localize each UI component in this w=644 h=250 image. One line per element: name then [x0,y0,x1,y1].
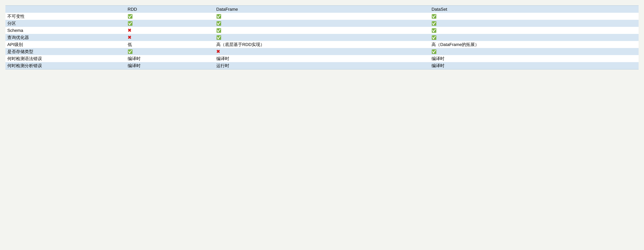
row-label: 不可变性 [6,13,126,20]
check-icon: ✅ [216,36,221,40]
check-icon: ✅ [432,14,436,19]
table-cell: ✅ [430,27,638,34]
row-label: 何时检测语法错误 [6,55,126,62]
row-label: 分区 [6,20,126,27]
table-row: 不可变性✅✅✅ [6,13,638,20]
table-cell: 编译时 [214,55,430,62]
table-cell: ✅ [430,20,638,27]
table-row: 何时检测分析错误编译时运行时编译时 [6,62,638,69]
header-rdd: RDD [126,6,214,13]
table-row: Schema✖✅✅ [6,27,638,34]
table-row: 何时检测语法错误编译时编译时编译时 [6,55,638,62]
table-cell: ✅ [214,34,430,41]
row-label: 查询优化器 [6,34,126,41]
table-cell: ✅ [126,13,214,20]
table-cell: 编译时 [430,62,638,69]
table-cell: ✖ [126,27,214,34]
table-cell: ✖ [126,34,214,41]
header-dataset: DataSet [430,6,638,13]
table-cell: ✅ [126,48,214,55]
row-label: 何时检测分析错误 [6,62,126,69]
check-icon: ✅ [216,22,221,26]
comparison-table: RDD DataFrame DataSet 不可变性✅✅✅分区✅✅✅Schema… [6,6,638,69]
check-icon: ✅ [432,36,436,40]
header-dataframe: DataFrame [214,6,430,13]
table-cell: 编译时 [126,55,214,62]
row-label: Schema [6,27,126,34]
table-cell: ✅ [430,13,638,20]
table-cell: 高（底层基于RDD实现） [214,41,430,48]
table-row: API级别低高（底层基于RDD实现）高（DataFrame的拓展） [6,41,638,48]
row-label: API级别 [6,41,126,48]
table-cell: 编译时 [126,62,214,69]
cross-icon: ✖ [216,49,220,54]
table-cell: ✅ [430,48,638,55]
table-header-row: RDD DataFrame DataSet [6,6,638,13]
check-icon: ✅ [216,14,221,19]
check-icon: ✅ [216,29,221,33]
check-icon: ✅ [432,50,436,54]
row-label: 是否存储类型 [6,48,126,55]
table-cell: 运行时 [214,62,430,69]
check-icon: ✅ [128,22,133,26]
table-cell: ✅ [214,13,430,20]
table-cell: ✅ [430,34,638,41]
table-row: 查询优化器✖✅✅ [6,34,638,41]
table-cell: ✅ [126,20,214,27]
cross-icon: ✖ [128,28,132,33]
table-row: 分区✅✅✅ [6,20,638,27]
check-icon: ✅ [128,50,133,54]
cross-icon: ✖ [128,35,132,40]
table-cell: 高（DataFrame的拓展） [430,41,638,48]
check-icon: ✅ [432,29,436,33]
table-cell: 编译时 [430,55,638,62]
table-cell: ✖ [214,48,430,55]
header-blank [6,6,126,13]
table-cell: ✅ [214,27,430,34]
check-icon: ✅ [432,22,436,26]
table-cell: 低 [126,41,214,48]
check-icon: ✅ [128,14,133,19]
table-row: 是否存储类型✅✖✅ [6,48,638,55]
table-cell: ✅ [214,20,430,27]
